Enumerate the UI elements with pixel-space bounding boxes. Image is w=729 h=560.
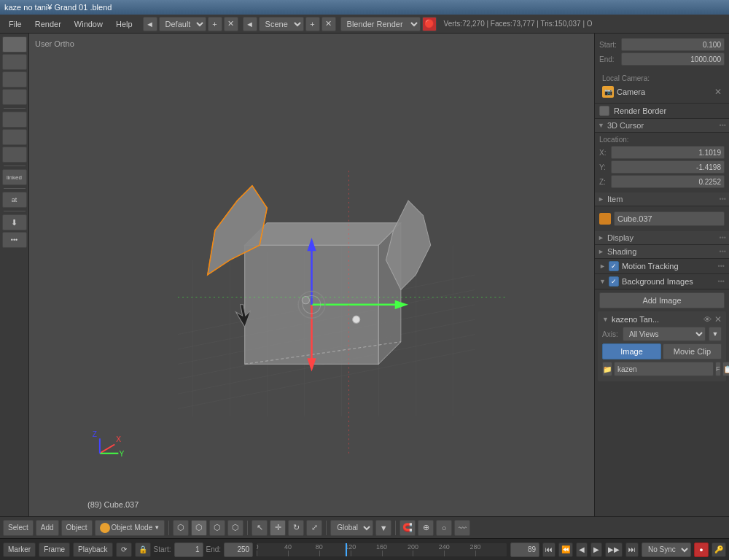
scene-add-btn[interactable]: + — [305, 17, 320, 31]
bg-eye-icon[interactable]: 👁 — [703, 315, 712, 324]
tick-40 — [288, 551, 289, 556]
playback-btn[interactable]: Playback — [73, 542, 113, 557]
record-btn[interactable]: ● — [694, 542, 709, 557]
sidebar-btn-7[interactable] — [2, 147, 27, 163]
item-arrow-icon: ► — [598, 195, 604, 203]
background-images-checkbox[interactable]: ✓ — [609, 276, 619, 287]
motion-tracking-checkbox[interactable]: ✓ — [609, 261, 619, 271]
workspace-remove-btn[interactable]: ✕ — [224, 17, 238, 31]
transform-rotate-icon[interactable]: ↻ — [288, 520, 304, 536]
workspace-prev-btn[interactable]: ◄ — [143, 17, 157, 31]
shading-dots: ••• — [720, 248, 726, 255]
object-btn[interactable]: Object — [61, 520, 93, 536]
x-input[interactable] — [611, 146, 725, 159]
add-image-label: Add Image — [642, 296, 681, 305]
menu-file[interactable]: File — [3, 18, 28, 30]
image-tab-btn[interactable]: Image — [602, 343, 661, 359]
skip-end-btn[interactable]: ⏭ — [625, 542, 639, 557]
scene-prev-btn[interactable]: ◄ — [243, 17, 257, 31]
scene-select[interactable]: Scene — [259, 17, 304, 31]
render-border-checkbox[interactable] — [599, 106, 609, 116]
end-input[interactable] — [224, 542, 253, 557]
keying-btn[interactable]: 🔑 — [712, 542, 726, 557]
sidebar-btn-2[interactable] — [2, 54, 27, 70]
sidebar-btn-linked[interactable]: linked — [2, 169, 27, 185]
workspace-add-btn[interactable]: + — [208, 17, 222, 31]
prev-btn[interactable]: ◀ — [576, 542, 588, 557]
menu-window[interactable]: Window — [69, 18, 109, 30]
menu-help[interactable]: Help — [110, 18, 139, 30]
tick-280 — [475, 551, 476, 556]
snap-icon[interactable]: 🧲 — [399, 520, 416, 536]
prev-frame-btn[interactable]: ⏪ — [558, 542, 573, 557]
marker-btn[interactable]: Marker — [3, 542, 36, 557]
viewport-texture-btn[interactable]: ⬡ — [209, 520, 225, 536]
viewport-solid-btn[interactable]: ⬡ — [191, 520, 207, 536]
sidebar-sep-3 — [4, 188, 26, 189]
proportional-icon[interactable]: ○ — [436, 520, 452, 536]
z-input[interactable] — [611, 175, 725, 188]
item-label: Item — [607, 195, 623, 203]
file-action-btn-1[interactable]: 📋 — [722, 362, 730, 376]
renderer-select[interactable]: Blender Render — [340, 17, 421, 31]
axis-select[interactable]: All Views — [623, 327, 706, 341]
space-arrow-icon[interactable]: ▼ — [375, 520, 391, 536]
pivot-icon[interactable]: ⊕ — [418, 520, 434, 536]
item-name-input[interactable] — [614, 211, 725, 226]
viewport-render-btn[interactable]: ⬡ — [227, 520, 243, 536]
x-row: X: — [599, 146, 725, 159]
sync-icon[interactable]: ⟳ — [116, 542, 132, 557]
sidebar-btn-arrow[interactable]: ⬇ — [2, 214, 27, 230]
sidebar-btn-3[interactable] — [2, 71, 27, 88]
viewport-label: User Ortho — [35, 39, 74, 48]
start-input[interactable] — [174, 542, 203, 557]
mode-btn[interactable]: Object Mode ▼ — [95, 520, 165, 536]
frame-btn[interactable]: Frame — [39, 542, 70, 557]
camera-close-btn[interactable]: ✕ — [714, 87, 722, 97]
bg-entry: ▼ kazeno Tan... 👁 ✕ Axis: All Views ▼ Im… — [598, 311, 726, 381]
axis-arrow-btn[interactable]: ▼ — [709, 327, 722, 341]
skip-start-btn[interactable]: ⏮ — [542, 542, 555, 557]
sidebar-btn-6[interactable] — [2, 129, 27, 145]
playhead[interactable] — [346, 543, 347, 556]
file-letter-btn[interactable]: F — [715, 362, 721, 376]
clip-start-input[interactable] — [621, 38, 725, 51]
file-name-input[interactable] — [614, 362, 714, 376]
viewport-wire-btn[interactable]: ⬡ — [173, 520, 189, 536]
next-btn[interactable]: ▶▶ — [605, 542, 623, 557]
movie-clip-tab-btn[interactable]: Movie Clip — [663, 343, 722, 359]
scene-remove-btn[interactable]: ✕ — [321, 17, 336, 31]
sculpt-icon[interactable]: 〰 — [454, 520, 470, 536]
sidebar-btn-1[interactable] — [2, 36, 27, 52]
add-image-btn[interactable]: Add Image — [599, 292, 725, 308]
workspace-select[interactable]: Default — [159, 17, 206, 31]
transform-scale-icon[interactable]: ⤢ — [306, 520, 322, 536]
file-folder-icon[interactable]: 📁 — [602, 362, 612, 376]
current-frame-input[interactable] — [510, 542, 539, 557]
sidebar-btn-4[interactable] — [2, 89, 27, 105]
item-section-header[interactable]: ► Item ••• — [595, 192, 729, 206]
sidebar-btn-at[interactable]: at — [2, 192, 27, 208]
transform-select-icon[interactable]: ↖ — [252, 520, 268, 536]
shading-section-header[interactable]: ► Shading ••• — [595, 245, 729, 259]
y-input[interactable] — [611, 160, 725, 174]
clip-end-input[interactable] — [621, 52, 725, 66]
add-btn[interactable]: Add — [36, 520, 59, 536]
timeline-ruler[interactable]: 0 40 80 120 160 200 240 280 — [256, 542, 507, 557]
play-btn[interactable]: ▶ — [590, 542, 602, 557]
sidebar-btn-5[interactable] — [2, 112, 27, 128]
menu-render[interactable]: Render — [29, 18, 67, 30]
viewport[interactable]: X Y Z User Ortho (89) Cube.037 — [29, 34, 594, 516]
shading-arrow-icon: ► — [598, 248, 604, 255]
renderer-icon-btn[interactable]: 🔴 — [422, 17, 437, 31]
transform-space-select[interactable]: Global — [330, 520, 373, 536]
display-section-header[interactable]: ► Display ••• — [595, 231, 729, 245]
cursor-section-header[interactable]: ▼ 3D Cursor ••• — [595, 119, 729, 133]
bg-close-btn[interactable]: ✕ — [714, 314, 722, 324]
tick-label-200: 200 — [408, 543, 418, 551]
sync-select[interactable]: No Sync — [642, 542, 691, 557]
transform-move-icon[interactable]: ✛ — [270, 520, 286, 536]
sidebar-btn-dots[interactable]: ••• — [2, 232, 27, 248]
lock-icon[interactable]: 🔒 — [135, 542, 151, 557]
select-btn[interactable]: Select — [3, 520, 34, 536]
